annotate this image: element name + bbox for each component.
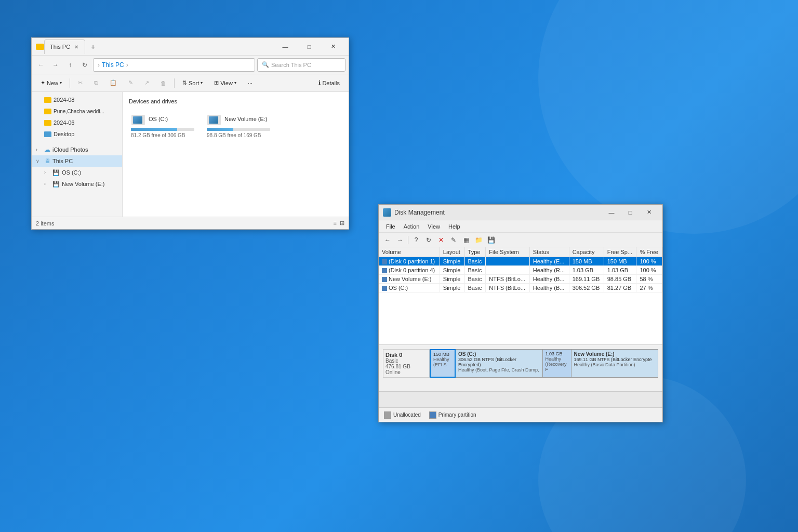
cell-volume: (Disk 0 partition 1) xyxy=(379,257,440,266)
disk-mgmt-title: Disk Management xyxy=(394,209,602,216)
up-btn[interactable]: ↑ xyxy=(64,59,76,71)
part-os-desc: Healthy (Boot, Page File, Crash Dump, xyxy=(458,367,540,373)
partition-recovery[interactable]: 1.03 GB Healthy (Recovery F xyxy=(543,349,571,378)
refresh-btn[interactable]: ↻ xyxy=(78,59,91,71)
sort-label: Sort xyxy=(189,80,199,86)
partition-os[interactable]: OS (C:) 306.52 GB NTFS (BitLocker Encryp… xyxy=(456,349,543,378)
toolbar-sep-2 xyxy=(174,78,175,88)
delete-btn[interactable]: 🗑 xyxy=(156,78,171,88)
disk-legend: Unallocated Primary partition xyxy=(379,407,662,422)
sidebar-item-newe[interactable]: › 💾 New Volume (E:) xyxy=(32,178,122,190)
minimize-btn[interactable]: — xyxy=(274,39,297,55)
view-dropdown-icon: ▾ xyxy=(234,81,236,85)
disk-maximize-btn[interactable]: □ xyxy=(621,206,640,219)
sidebar-item-thispc[interactable]: ∨ 🖥 This PC xyxy=(32,155,122,167)
disk-win-controls: — □ ✕ xyxy=(602,206,658,219)
disk-label: Disk 0 Basic 476.81 GB Online xyxy=(383,349,430,378)
disk-properties-btn[interactable]: ✎ xyxy=(448,234,459,246)
search-bar[interactable]: 🔍 Search This PC xyxy=(257,58,345,72)
explorer-titlebar: This PC ✕ + — □ ✕ xyxy=(32,38,349,56)
menu-view[interactable]: View xyxy=(423,222,444,231)
drive-overlay xyxy=(133,116,142,124)
col-fs[interactable]: File System xyxy=(486,247,530,257)
partition-efi[interactable]: 150 MB Healthy (EFI S xyxy=(430,349,456,378)
view-btn[interactable]: ⊞ View ▾ xyxy=(209,77,241,88)
drive-osc-free: 81.2 GB free of 306 GB xyxy=(131,132,194,138)
disk-minimize-btn[interactable]: — xyxy=(602,206,621,219)
table-header-row: Volume Layout Type File System Status Ca… xyxy=(379,247,662,257)
menu-action[interactable]: Action xyxy=(400,222,424,231)
partition-new-vol[interactable]: New Volume (E:) 169.11 GB NTFS (BitLocke… xyxy=(571,349,659,378)
list-view-icon[interactable]: ≡ xyxy=(334,220,337,227)
items-count: 2 items xyxy=(36,220,54,227)
folder-icon-desktop xyxy=(44,131,51,137)
toolbar-sep-1 xyxy=(70,78,70,88)
col-status[interactable]: Status xyxy=(529,247,569,257)
cut-btn[interactable]: ✂ xyxy=(73,77,87,88)
col-capacity[interactable]: Capacity xyxy=(569,247,604,257)
unallocated-area xyxy=(379,392,662,407)
col-free[interactable]: Free Sp... xyxy=(604,247,636,257)
rename-btn[interactable]: ✎ xyxy=(124,77,138,88)
disk-forward-btn[interactable]: → xyxy=(394,234,406,246)
cell-free: 81.27 GB xyxy=(604,284,636,292)
sidebar-label-thispc: This PC xyxy=(52,158,73,164)
explorer-tab[interactable]: This PC ✕ xyxy=(44,39,85,54)
part-newvol-name: New Volume (E:) xyxy=(574,351,656,357)
sidebar-item-2024-06[interactable]: 2024-06 xyxy=(32,117,122,128)
legend-primary-label: Primary partition xyxy=(438,412,476,418)
table-row[interactable]: New Volume (E:) Simple Basic NTFS (BitLo… xyxy=(379,275,662,284)
col-layout[interactable]: Layout xyxy=(440,247,464,257)
disk-format-btn[interactable]: ▦ xyxy=(460,234,472,246)
share-btn[interactable]: ↗ xyxy=(140,77,154,88)
table-row[interactable]: OS (C:) Simple Basic NTFS (BitLo... Heal… xyxy=(379,284,662,292)
disk-close-btn[interactable]: ✕ xyxy=(640,206,658,219)
cell-type: Basic xyxy=(464,284,486,292)
table-row[interactable]: (Disk 0 partition 4) Simple Basic Health… xyxy=(379,266,662,275)
disk-help-btn[interactable]: ? xyxy=(410,234,422,246)
tab-area: This PC ✕ + xyxy=(36,39,274,54)
close-btn[interactable]: ✕ xyxy=(322,39,344,55)
menu-file[interactable]: File xyxy=(382,222,400,231)
sort-btn[interactable]: ⇅ Sort ▾ xyxy=(178,77,207,88)
breadcrumb[interactable]: › This PC › xyxy=(93,58,255,72)
col-pct[interactable]: % Free xyxy=(636,247,662,257)
cell-free: 1.03 GB xyxy=(604,266,636,275)
disk-folder-btn[interactable]: 📁 xyxy=(473,234,484,246)
forward-btn[interactable]: → xyxy=(49,59,62,71)
legend-unalloc-label: Unallocated xyxy=(393,412,421,418)
add-tab-btn[interactable]: + xyxy=(87,41,99,52)
copy-btn[interactable]: ⧉ xyxy=(89,77,103,88)
cell-volume: OS (C:) xyxy=(379,284,440,292)
cell-volume: New Volume (E:) xyxy=(379,275,440,284)
grid-view-icon[interactable]: ⊞ xyxy=(340,220,344,227)
disk-back-btn[interactable]: ← xyxy=(382,234,393,246)
maximize-btn[interactable]: □ xyxy=(298,39,321,55)
breadcrumb-thispc[interactable]: This PC xyxy=(102,61,124,69)
col-volume[interactable]: Volume xyxy=(379,247,440,257)
sidebar-item-icloud[interactable]: › ☁ iCloud Photos xyxy=(32,144,122,155)
disk-label-status: Online xyxy=(385,369,427,375)
details-btn[interactable]: ℹ Details xyxy=(314,77,344,88)
tab-close-btn[interactable]: ✕ xyxy=(73,44,79,50)
drives-grid: OS (C:) 81.2 GB free of 306 GB New Vo xyxy=(129,110,342,140)
cell-type: Basic xyxy=(464,257,486,266)
sidebar-item-wedding[interactable]: Pune,Chacha weddi... xyxy=(32,105,122,117)
drive-osc-header: OS (C:) xyxy=(131,112,194,126)
sidebar-item-desktop[interactable]: Desktop xyxy=(32,128,122,140)
col-type[interactable]: Type xyxy=(464,247,486,257)
sidebar-item-osc[interactable]: › 💾 OS (C:) xyxy=(32,167,122,178)
disk-mgmt-window: Disk Management — □ ✕ File Action View H… xyxy=(378,204,663,422)
drive-osc[interactable]: OS (C:) 81.2 GB free of 306 GB xyxy=(129,110,196,140)
new-btn[interactable]: ✦ New ▾ xyxy=(36,77,66,88)
back-btn[interactable]: ← xyxy=(35,59,47,71)
more-btn[interactable]: ··· xyxy=(243,78,257,88)
disk-drive-btn[interactable]: 💾 xyxy=(485,234,497,246)
disk-delete-btn[interactable]: ✕ xyxy=(435,234,447,246)
menu-help[interactable]: Help xyxy=(444,222,464,231)
paste-btn[interactable]: 📋 xyxy=(105,77,122,88)
drive-newe[interactable]: New Volume (E:) 98.8 GB free of 169 GB xyxy=(205,110,272,140)
table-row[interactable]: (Disk 0 partition 1) Simple Basic Health… xyxy=(379,257,662,266)
disk-refresh-btn[interactable]: ↻ xyxy=(423,234,434,246)
sidebar-item-2024-08[interactable]: 2024-08 xyxy=(32,94,122,105)
